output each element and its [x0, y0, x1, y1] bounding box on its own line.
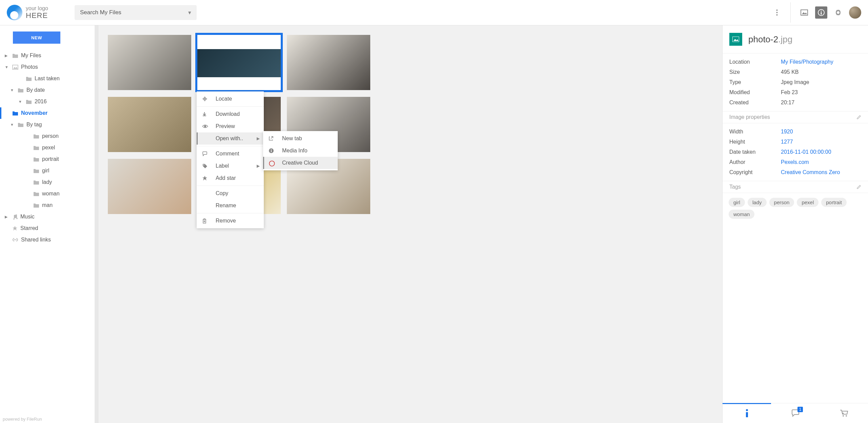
sidebar-item-photos[interactable]: ▼Photos: [0, 61, 98, 73]
svg-marker-9: [13, 67, 18, 69]
image-icon[interactable]: [798, 6, 810, 19]
avatar[interactable]: [849, 6, 861, 19]
tab-cart[interactable]: [820, 403, 868, 423]
detail-value[interactable]: Creative Commons Zero: [781, 169, 840, 175]
menu-item-preview[interactable]: Preview: [197, 120, 264, 132]
menu-item-open-with-[interactable]: Open with..▶: [197, 132, 264, 145]
detail-value[interactable]: 1277: [781, 139, 793, 145]
detail-value[interactable]: 1920: [781, 129, 793, 135]
detail-row-date-taken: Date taken2016-11-01 00:00:00: [723, 147, 868, 157]
menu-item-rename[interactable]: Rename: [197, 199, 264, 212]
caret-icon: ▶: [5, 215, 9, 219]
thumbnail[interactable]: [108, 35, 191, 90]
sidebar-item-by-date[interactable]: ▼By date: [0, 84, 98, 96]
svg-rect-7: [821, 12, 822, 15]
search-input[interactable]: Search My Files ▾: [75, 5, 197, 20]
detail-label: Type: [729, 79, 781, 85]
svg-point-21: [843, 415, 844, 417]
chevron-right-icon: ▶: [257, 136, 260, 141]
sidebar-item-november[interactable]: November: [0, 107, 98, 119]
sidebar-item-lady[interactable]: lady: [0, 176, 98, 188]
detail-value[interactable]: Pexels.com: [781, 159, 809, 165]
sidebar-item-music[interactable]: ▶Music: [0, 211, 98, 223]
thumbnail[interactable]: [108, 97, 191, 152]
menu-item-add-star[interactable]: Add star: [197, 172, 264, 184]
svg-point-11: [204, 125, 206, 127]
logo[interactable]: your logoHERE: [7, 5, 75, 20]
menu-label: Label: [216, 163, 229, 169]
chevron-down-icon[interactable]: ▾: [188, 9, 191, 16]
menu-item-creative-cloud[interactable]: ◯Creative Cloud: [263, 157, 338, 169]
tag-portrait[interactable]: portrait: [821, 198, 847, 207]
thumbnail-selected[interactable]: [197, 35, 281, 90]
comment-badge: 1: [797, 407, 803, 412]
sidebar-item-shared-links[interactable]: Shared links: [0, 234, 98, 246]
detail-label: Date taken: [729, 149, 781, 155]
folder-icon: [18, 122, 24, 127]
folder-icon: [33, 145, 39, 150]
section-tags[interactable]: Tags: [723, 181, 868, 193]
context-menu: LocateDownloadPreviewOpen with..▶Comment…: [197, 91, 264, 228]
menu-item-locate[interactable]: Locate: [197, 93, 264, 105]
edit-icon[interactable]: [856, 185, 861, 189]
details-tabs: 1: [723, 403, 868, 423]
edit-icon[interactable]: [856, 115, 861, 120]
detail-value[interactable]: 2016-11-01 00:00:00: [781, 149, 831, 155]
sidebar-item-2016[interactable]: ▼2016: [0, 96, 98, 107]
tag-girl[interactable]: girl: [729, 198, 745, 207]
menu-item-comment[interactable]: Comment: [197, 148, 264, 160]
download-icon: [202, 112, 209, 117]
sidebar-item-starred[interactable]: Starred: [0, 223, 98, 234]
thumbnail[interactable]: [108, 159, 191, 214]
thumbnail[interactable]: [287, 35, 370, 90]
link-icon: [12, 238, 18, 242]
sidebar-item-woman[interactable]: woman: [0, 188, 98, 199]
sidebar-item-portrait[interactable]: portrait: [0, 153, 98, 165]
menu-label: Rename: [216, 203, 236, 209]
sidebar-item-last-taken[interactable]: Last taken: [0, 73, 98, 84]
tree-label: Shared links: [21, 237, 51, 243]
menu-label: New tab: [282, 135, 302, 142]
tag-person[interactable]: person: [769, 198, 794, 207]
detail-label: Copyright: [729, 169, 781, 175]
tag-icon: [202, 163, 209, 169]
sidebar-item-by-tag[interactable]: ▼By tag: [0, 119, 98, 130]
menu-item-label[interactable]: Label▶: [197, 160, 264, 172]
sidebar-item-girl[interactable]: girl: [0, 165, 98, 176]
header: your logoHERE Search My Files ▾: [0, 0, 868, 25]
sidebar-item-pexel[interactable]: pexel: [0, 142, 98, 153]
new-button[interactable]: NEW: [13, 31, 60, 44]
menu-label: Creative Cloud: [282, 160, 318, 166]
tags-container: girlladypersonpexelportraitwoman: [723, 193, 868, 224]
svg-marker-4: [802, 12, 807, 14]
more-icon[interactable]: [771, 6, 783, 19]
tree-label: person: [42, 133, 59, 139]
sidebar-item-person[interactable]: person: [0, 130, 98, 142]
svg-point-6: [821, 11, 822, 12]
section-image-properties[interactable]: Image properties: [723, 111, 868, 123]
menu-item-media-info[interactable]: Media Info: [263, 145, 338, 157]
tree-label: girl: [42, 168, 49, 174]
file-title: photo-2.jpg: [748, 34, 792, 45]
sidebar-item-my-files[interactable]: ▶My Files: [0, 50, 98, 61]
gear-icon[interactable]: [832, 6, 844, 19]
folder-icon: [33, 168, 39, 173]
menu-item-download[interactable]: Download: [197, 108, 264, 120]
menu-item-remove[interactable]: Remove: [197, 215, 264, 227]
folder-icon: [33, 134, 39, 139]
caret-icon: ▶: [5, 54, 9, 58]
sidebar-item-man[interactable]: man: [0, 199, 98, 211]
tag-pexel[interactable]: pexel: [797, 198, 818, 207]
caret-icon: ▼: [10, 88, 15, 92]
menu-item-copy[interactable]: Copy: [197, 187, 264, 199]
detail-value[interactable]: My Files/Photography: [781, 59, 833, 65]
tag-lady[interactable]: lady: [748, 198, 767, 207]
tab-info[interactable]: [723, 403, 771, 423]
star-icon: [202, 175, 209, 181]
tab-comments[interactable]: 1: [771, 403, 820, 423]
info-icon[interactable]: [815, 6, 827, 19]
locate-icon: [202, 96, 209, 102]
tag-woman[interactable]: woman: [729, 210, 754, 219]
menu-label: Download: [216, 111, 240, 117]
menu-item-new-tab[interactable]: New tab: [263, 132, 338, 145]
